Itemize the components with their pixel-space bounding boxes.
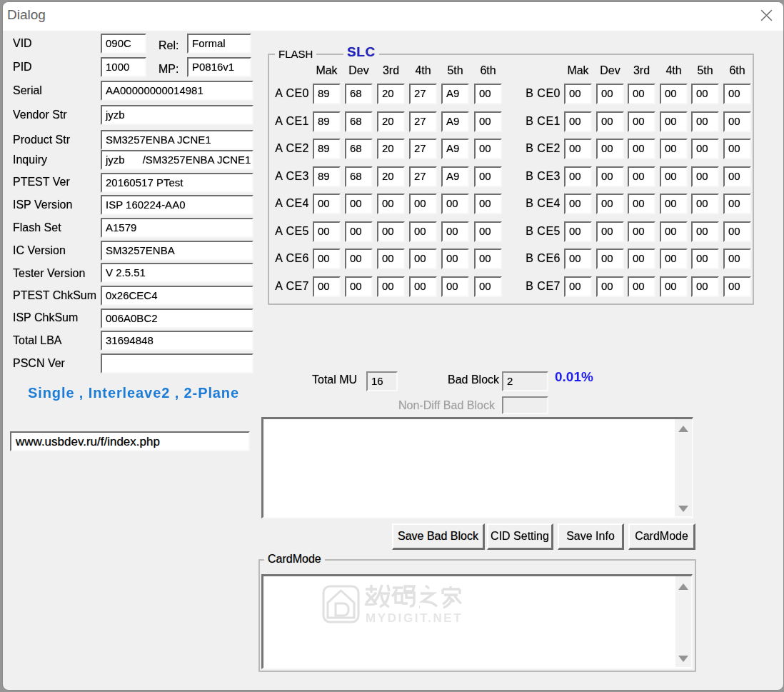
svg-text:MYDIGIT.NET: MYDIGIT.NET	[366, 611, 463, 625]
